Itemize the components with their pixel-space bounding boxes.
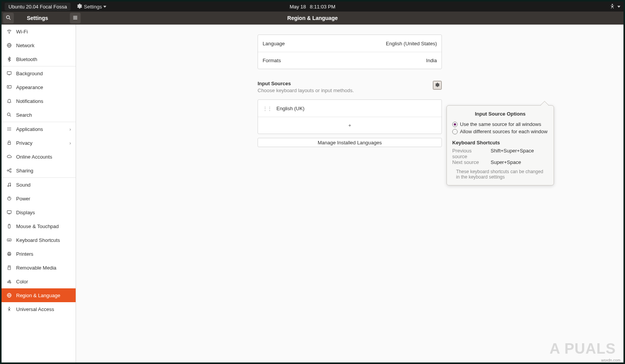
search-button[interactable]: [3, 13, 14, 23]
keyboard-icon: [6, 237, 12, 243]
sidebar-item-label: Keyboard Shortcuts: [16, 237, 60, 243]
sidebar-item-label: Sound: [16, 182, 31, 188]
settings-sidebar: Wi-Fi Network Bluetooth Background Appea…: [2, 25, 76, 362]
svg-point-20: [9, 129, 10, 129]
drag-handle-icon[interactable]: ⋮⋮: [263, 106, 272, 111]
top-app-menu-label: Settings: [84, 4, 102, 10]
radio-label: Allow different sources for each window: [460, 129, 547, 134]
sidebar-item-region[interactable]: Region & Language: [2, 288, 76, 302]
sidebar-item-displays[interactable]: Displays: [2, 205, 76, 219]
grid-icon: [6, 126, 12, 132]
sidebar-item-wifi[interactable]: Wi-Fi: [2, 25, 76, 38]
mouse-icon: [6, 223, 12, 229]
svg-rect-25: [8, 142, 11, 144]
radio-same-source[interactable]: Use the same source for all windows: [452, 121, 548, 127]
svg-point-1: [7, 15, 10, 18]
svg-line-29: [8, 169, 10, 170]
radio-label: Use the same source for all windows: [460, 121, 541, 127]
input-source-name: English (UK): [276, 106, 304, 111]
sidebar-item-search[interactable]: Search: [2, 108, 76, 122]
sidebar-item-sound[interactable]: Sound: [2, 178, 76, 192]
manage-languages-button[interactable]: Manage Installed Languages: [258, 138, 442, 147]
sidebar-item-appearance[interactable]: Appearance: [2, 80, 76, 94]
sidebar-item-label: Displays: [16, 210, 35, 215]
svg-point-31: [8, 185, 9, 187]
music-icon: [6, 182, 12, 187]
svg-rect-35: [7, 211, 12, 213]
sidebar-item-keyboard[interactable]: Keyboard Shortcuts: [2, 233, 76, 247]
svg-point-6: [9, 33, 10, 33]
primary-menu-button[interactable]: [70, 13, 81, 23]
bell-icon: [6, 98, 12, 104]
sidebar-item-printers[interactable]: Printers: [2, 247, 76, 261]
sidebar-item-background[interactable]: Background: [2, 66, 76, 80]
shortcuts-heading: Keyboard Shortcuts: [452, 140, 548, 146]
sidebar-item-label: Applications: [16, 126, 43, 132]
search-icon: [6, 15, 11, 22]
input-sources-list: ⋮⋮ English (UK) +: [258, 99, 442, 134]
language-row[interactable]: Language English (United States): [258, 35, 441, 52]
formats-row[interactable]: Formats India: [258, 52, 441, 69]
search-icon: [6, 112, 12, 117]
shortcut-label: Previous source: [452, 148, 488, 159]
shortcut-previous: Previous source Shift+Super+Space: [452, 148, 548, 159]
display-icon: [6, 71, 12, 76]
sidebar-item-mouse[interactable]: Mouse & Touchpad: [2, 219, 76, 233]
power-icon: [6, 196, 12, 201]
radio-unselected-icon: [452, 129, 458, 134]
sidebar-item-network[interactable]: Network: [2, 38, 76, 52]
input-source-options-popover: Input Source Options Use the same source…: [446, 105, 554, 185]
sidebar-item-bluetooth[interactable]: Bluetooth: [2, 52, 76, 66]
svg-line-2: [9, 18, 11, 20]
svg-rect-12: [7, 86, 12, 88]
gear-icon: [435, 82, 440, 89]
sidebar-item-online-accounts[interactable]: Online Accounts: [2, 150, 76, 164]
language-label: Language: [263, 41, 285, 46]
page-title: Region & Language: [287, 15, 337, 21]
input-sources-header: Input Sources Choose keyboard layouts or…: [258, 81, 442, 93]
source-watermark: wsxdn.com: [601, 358, 620, 362]
svg-point-16: [7, 127, 8, 128]
input-sources-desc: Choose keyboard layouts or input methods…: [258, 88, 433, 93]
svg-point-54: [9, 307, 10, 308]
svg-rect-47: [8, 267, 11, 270]
input-sources-title: Input Sources: [258, 81, 433, 86]
activities-os-label[interactable]: Ubuntu 20.04 Focal Fossa: [5, 3, 71, 11]
display-icon: [6, 210, 12, 215]
input-source-options-button[interactable]: [433, 81, 442, 90]
svg-rect-44: [8, 252, 10, 253]
svg-point-17: [9, 127, 10, 128]
brand-watermark: A PUALS: [550, 341, 616, 357]
appearance-icon: [6, 84, 12, 90]
sidebar-item-label: Printers: [16, 251, 33, 257]
sidebar-item-power[interactable]: Power: [2, 192, 76, 205]
clock[interactable]: May 18 8:11:03 PM: [289, 4, 335, 10]
sidebar-item-label: Privacy: [16, 140, 33, 146]
wifi-icon: [6, 29, 12, 34]
top-app-menu[interactable]: Settings: [77, 3, 106, 10]
svg-rect-39: [7, 239, 12, 241]
globe-icon: [6, 293, 12, 298]
sidebar-item-notifications[interactable]: Notifications: [2, 94, 76, 108]
svg-point-14: [7, 113, 10, 116]
chevron-down-icon: [103, 6, 106, 8]
sidebar-item-color[interactable]: Color: [2, 275, 76, 288]
add-input-source-button[interactable]: +: [258, 117, 441, 134]
svg-point-28: [10, 171, 12, 173]
sidebar-item-applications[interactable]: Applications›: [2, 122, 76, 136]
input-source-row[interactable]: ⋮⋮ English (UK): [258, 100, 441, 117]
sidebar-item-sharing[interactable]: Sharing: [2, 164, 76, 177]
svg-point-32: [10, 185, 11, 186]
chevron-right-icon: ›: [69, 140, 71, 146]
sidebar-item-privacy[interactable]: Privacy›: [2, 136, 76, 150]
chevron-down-icon[interactable]: [617, 6, 620, 8]
svg-rect-46: [8, 266, 10, 267]
sidebar-item-universal[interactable]: Universal Access: [2, 302, 76, 316]
sidebar-item-label: Sharing: [16, 168, 33, 174]
shortcut-label: Next source: [452, 159, 488, 165]
radio-different-sources[interactable]: Allow different sources for each window: [452, 129, 548, 134]
manage-languages-label: Manage Installed Languages: [318, 140, 382, 146]
accessibility-icon[interactable]: [610, 3, 615, 10]
globe-icon: [6, 43, 12, 48]
sidebar-item-removable[interactable]: Removable Media: [2, 261, 76, 275]
